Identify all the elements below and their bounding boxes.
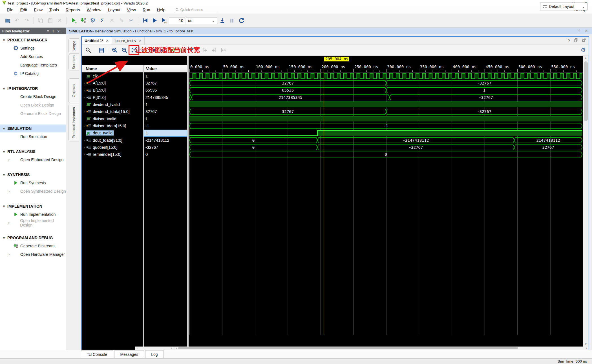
side-tab-scope[interactable]: Scope [69, 38, 79, 54]
waveform-svg[interactable]: 0.000 ns50.000 ns100.000 ns150.000 ns200… [189, 56, 583, 347]
signal-value-P310[interactable]: 2147385345 [144, 94, 187, 101]
signal-value-clk[interactable]: 1 [144, 72, 187, 79]
scroll-right-icon[interactable]: › [170, 347, 173, 350]
chevron-right-icon[interactable]: › [8, 252, 11, 256]
flow-section-header[interactable]: ∨RTL ANALYSIS [0, 148, 66, 156]
signal-row-dividend_tdata150[interactable]: ›dividend_tdata[15:0] [82, 108, 143, 115]
menu-flow[interactable]: Flow [34, 8, 43, 12]
bottom-tab-tcl-console[interactable]: Tcl Console [81, 350, 113, 358]
scroll-up-icon[interactable]: ∧ [583, 56, 588, 60]
bottom-tab-log[interactable]: Log [145, 350, 164, 358]
value-column-header[interactable]: Value [144, 65, 187, 72]
toolbar-remove-forces-button[interactable]: ✂ [127, 16, 135, 25]
expand-icon[interactable]: ⇕ [52, 29, 55, 33]
expand-chevron-icon[interactable]: › [82, 139, 86, 142]
flow-item-run-implementation[interactable]: Run Implementation [0, 210, 66, 219]
help-icon[interactable]: ? [578, 29, 580, 33]
quick-access-input[interactable]: Quick Access [175, 7, 218, 13]
wave-horizontal-scrollbar[interactable]: ‹ › [175, 347, 588, 350]
flow-item-ip-catalog[interactable]: IP Catalog [0, 69, 66, 78]
time-unit-select[interactable]: us⌄ [186, 17, 217, 24]
signal-value-dout_tdata310[interactable]: -2147418112 [144, 137, 187, 144]
toolbar-report-button[interactable]: Σ [98, 16, 107, 25]
flow-item-create-block-design[interactable]: Create Block Design [0, 92, 66, 101]
expand-chevron-icon[interactable]: › [82, 124, 86, 128]
flow-item-run-simulation[interactable]: Run Simulation [0, 132, 66, 141]
scroll-right-icon[interactable]: › [585, 347, 588, 350]
signal-value-dividend_tvalid[interactable]: 1 [144, 101, 187, 108]
expand-chevron-icon[interactable]: › [82, 96, 86, 99]
signal-value-dividend_tdata150[interactable]: 32767 [144, 108, 187, 115]
signal-value-dout_tvalid[interactable]: 1 [144, 130, 187, 137]
vertical-scrollbar[interactable]: ∧ ∨ [583, 56, 588, 347]
toolbar-step-button[interactable] [218, 16, 226, 25]
toolbar-generate-bitstream-button[interactable]: 0110 [79, 16, 87, 25]
menu-reports[interactable]: Reports [66, 8, 80, 12]
toolbar-settings-button[interactable]: ⚙ [89, 16, 97, 25]
toolbar-open-project-button[interactable] [3, 16, 12, 25]
toolbar-restart-simulation-button[interactable] [141, 16, 149, 25]
minimize-panel-icon[interactable]: _ [62, 29, 64, 33]
signal-value-remainder150[interactable]: 0 [144, 151, 187, 158]
float-window-icon[interactable] [573, 38, 578, 44]
expand-chevron-icon[interactable]: › [82, 88, 86, 92]
flow-section-header[interactable]: ∨SYNTHESIS [0, 171, 66, 179]
signal-row-dividend_tvalid[interactable]: dividend_tvalid [82, 101, 143, 108]
signal-row-B150[interactable]: ›B[15:0] [82, 87, 143, 94]
flow-section-header[interactable]: ∨IMPLEMENTATION [0, 202, 66, 210]
wave-save-waveform-button[interactable] [97, 46, 106, 54]
toolbar-run-design-button[interactable] [69, 16, 78, 25]
close-icon[interactable]: ✕ [585, 29, 588, 33]
toolbar-relaunch-simulation-button[interactable] [237, 16, 246, 25]
signal-row-P310[interactable]: ›P[31:0] [82, 94, 143, 101]
menu-window[interactable]: Window [87, 8, 101, 12]
name-column-header[interactable]: Name [82, 65, 143, 72]
signal-value-quotient150[interactable]: -32767 [144, 144, 187, 151]
signal-value-A150[interactable]: 32767 [144, 79, 187, 86]
flow-section-header[interactable]: ∨IP INTEGRATOR [0, 85, 66, 92]
signal-value-divisor_tdata150[interactable]: -1 [144, 122, 187, 129]
bottom-tab-messages[interactable]: Messages [114, 350, 144, 358]
menu-run[interactable]: Run [143, 8, 150, 12]
scrollbar-thumb[interactable] [178, 347, 518, 349]
wave-zoom-out-button[interactable] [120, 46, 129, 54]
wave-find-button[interactable] [84, 46, 92, 54]
wave-settings-gear-icon[interactable]: ⚙ [581, 46, 586, 53]
waveform-plot[interactable]: 0.000 ns50.000 ns100.000 ns150.000 ns200… [189, 56, 583, 347]
tab-untitled-1[interactable]: Untitled 1*✕ [82, 37, 112, 45]
chevron-right-icon[interactable]: › [8, 158, 11, 162]
toolbar-run-all-button[interactable] [150, 16, 159, 25]
expand-chevron-icon[interactable]: › [82, 110, 86, 113]
signal-row-divisor_tdata150[interactable]: ›divisor_tdata[15:0] [82, 122, 143, 129]
side-tab-sources[interactable]: Sources [69, 54, 79, 70]
scroll-down-icon[interactable]: ∨ [583, 341, 588, 346]
flow-section-header[interactable]: ∨PROGRAM AND DEBUG [0, 234, 66, 242]
menu-layout[interactable]: Layout [108, 8, 120, 12]
layout-select[interactable]: Default Layout ⌄ [540, 3, 587, 10]
menu-help[interactable]: Help [157, 8, 165, 12]
flow-item-open-hardware-manager[interactable]: ›Open Hardware Manager [0, 250, 66, 259]
expand-chevron-icon[interactable]: › [82, 153, 86, 156]
flow-item-generate-bitstream[interactable]: 0110Generate Bitstream [0, 242, 66, 250]
flow-item-run-synthesis[interactable]: Run Synthesis [0, 179, 66, 187]
scroll-left-icon[interactable]: ‹ [175, 347, 178, 350]
chevron-right-icon[interactable]: › [8, 189, 11, 193]
expand-chevron-icon[interactable]: › [82, 81, 86, 85]
signal-row-divisor_tvalid[interactable]: divisor_tvalid [82, 115, 143, 122]
menu-tools[interactable]: Tools [49, 8, 59, 12]
maximize-panel-icon[interactable] [582, 38, 586, 44]
signal-row-clk[interactable]: clk [82, 72, 143, 79]
menu-edit[interactable]: Edit [20, 8, 27, 12]
signal-row-remainder150[interactable]: ›remainder[15:0] [82, 151, 143, 158]
expand-chevron-icon[interactable]: › [82, 146, 86, 149]
flow-item-open-elaborated-design[interactable]: ›Open Elaborated Design [0, 156, 66, 164]
flow-item-add-sources[interactable]: Add Sources [0, 52, 66, 61]
flow-section-header[interactable]: ∨PROJECT MANAGER [0, 36, 66, 44]
menu-view[interactable]: View [127, 8, 136, 12]
close-icon[interactable]: ✕ [139, 39, 142, 43]
signal-row-quotient150[interactable]: ›quotient[15:0] [82, 144, 143, 151]
signal-row-A150[interactable]: ›A[15:0] [82, 79, 143, 86]
close-icon[interactable]: ✕ [106, 39, 109, 43]
signal-value-B150[interactable]: 65535 [144, 87, 187, 94]
flow-item-settings[interactable]: ⚙Settings [0, 44, 66, 52]
